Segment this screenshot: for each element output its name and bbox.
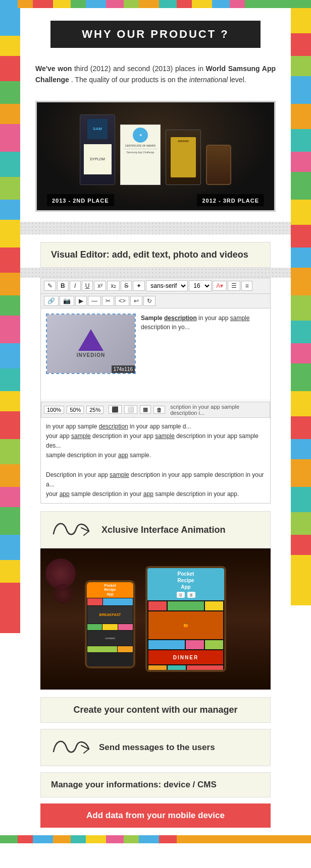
side-brick bbox=[0, 220, 20, 247]
samsung-text: SAM bbox=[93, 127, 102, 131]
phone-screen: PocketRecipeApp BREAKFAST bbox=[87, 582, 133, 666]
brick bbox=[106, 835, 124, 843]
side-brick bbox=[0, 200, 20, 220]
toolbar-hr-btn[interactable]: — bbox=[88, 296, 101, 306]
align-left-btn[interactable]: ⬛ bbox=[109, 405, 122, 414]
phone-brick-row2 bbox=[87, 624, 133, 630]
tablet-food-img: 🍊 bbox=[183, 623, 188, 628]
toolbar-italic-btn[interactable]: I bbox=[70, 281, 81, 291]
side-brick bbox=[0, 8, 20, 36]
editor-para5: your app sample description in your app … bbox=[46, 489, 265, 499]
image-size-label: 174x116 bbox=[112, 365, 135, 373]
tablet-brick bbox=[148, 640, 185, 649]
phone-frame: PocketRecipeApp BREAKFAST bbox=[85, 580, 135, 668]
side-brick bbox=[291, 56, 311, 76]
side-brick bbox=[0, 487, 20, 507]
toolbar-list-btn[interactable]: ☰ bbox=[228, 281, 240, 291]
size-50-btn[interactable]: 50% bbox=[67, 406, 84, 414]
award-plaque-right: AWARD bbox=[166, 130, 201, 185]
editor-content-area[interactable]: INVEDION 174x116 Sample description in y… bbox=[41, 308, 270, 399]
header-container: WHY OUR PRODUCT ? bbox=[20, 8, 291, 53]
editor-para4: Description in your app sample descripti… bbox=[46, 470, 265, 489]
side-brick bbox=[0, 560, 20, 583]
tablet-brick bbox=[186, 640, 204, 649]
align-center-btn[interactable]: ⬜ bbox=[124, 405, 137, 414]
delete-image-btn[interactable]: 🗑 bbox=[153, 406, 165, 414]
editor-para3: sample description in your app sample. bbox=[46, 451, 265, 460]
toolbar-eraser-btn[interactable]: ✦ bbox=[133, 281, 145, 291]
brick bbox=[159, 0, 177, 8]
brick bbox=[33, 835, 53, 843]
side-brick bbox=[291, 129, 311, 152]
toolbar-link-btn[interactable]: 🔗 bbox=[44, 296, 59, 306]
intro-paragraph: We've won third (2012) and second (2013)… bbox=[35, 63, 276, 86]
brick bbox=[177, 835, 311, 843]
phone-app-bricks: BREAKFAST content bbox=[87, 598, 133, 653]
side-brick bbox=[0, 439, 20, 464]
brick bbox=[124, 835, 139, 843]
phone-image-area: BREAKFAST bbox=[87, 606, 133, 624]
side-brick bbox=[0, 81, 20, 104]
toolbar-list2-btn[interactable]: ≡ bbox=[241, 281, 252, 291]
add-data-section: Add data from your mobile device bbox=[40, 803, 271, 828]
side-brick bbox=[0, 295, 20, 316]
visual-editor-label: Visual Editor: add, edit text, photo and… bbox=[51, 250, 248, 260]
toolbar-pencil-btn[interactable]: ✎ bbox=[44, 281, 56, 291]
size-100-btn[interactable]: 100% bbox=[44, 406, 64, 414]
brick bbox=[0, 0, 18, 8]
side-brick bbox=[291, 416, 311, 439]
size-25-btn[interactable]: 25% bbox=[86, 406, 103, 414]
brick bbox=[177, 0, 192, 8]
white-gap-6 bbox=[20, 797, 291, 803]
content-manager-label: Create your content with our manager bbox=[73, 705, 237, 715]
toolbar-redo-btn[interactable]: ↻ bbox=[143, 296, 156, 306]
tablet-brick bbox=[187, 665, 223, 670]
white-gap-2 bbox=[20, 504, 291, 511]
dotted-separator-2 bbox=[20, 268, 291, 278]
toolbar-sub-btn[interactable]: x₂ bbox=[107, 281, 120, 291]
manage-section: Manage your informations: device / CMS bbox=[40, 772, 271, 797]
award-plaques: SAM DYPLOM ★ CERT bbox=[44, 114, 267, 203]
brick bbox=[0, 835, 18, 843]
toolbar-bold-btn[interactable]: B bbox=[57, 281, 69, 291]
brick bbox=[106, 0, 124, 8]
brick bbox=[71, 0, 86, 8]
toolbar-color-btn[interactable]: A▾ bbox=[213, 281, 227, 291]
tablet-image-area: 🍊 bbox=[148, 611, 223, 639]
toolbar-sup-btn[interactable]: x² bbox=[94, 281, 106, 291]
side-brick bbox=[0, 391, 20, 411]
side-brick bbox=[291, 535, 311, 555]
side-brick bbox=[0, 343, 20, 368]
phone-brick bbox=[118, 646, 133, 652]
toolbar-font-select[interactable]: sans-serif bbox=[146, 280, 188, 291]
page-wrapper: WHY OUR PRODUCT ? We've won third (2012)… bbox=[0, 0, 311, 843]
side-brick bbox=[0, 368, 20, 391]
editor-inline-text-preview: scription in your app sample description… bbox=[168, 404, 267, 416]
content-area: WHY OUR PRODUCT ? We've won third (2012)… bbox=[20, 8, 291, 835]
toolbar-video-btn[interactable]: ▶ bbox=[75, 296, 87, 306]
side-brick bbox=[291, 8, 311, 33]
right-side-bricks bbox=[291, 8, 311, 835]
phone-brick bbox=[118, 624, 133, 630]
editor-image-block: INVEDION 174x116 bbox=[46, 314, 136, 374]
tablet-device: PocketRecipeApp ☷ ☰ bbox=[145, 566, 226, 672]
side-brick bbox=[291, 439, 311, 459]
award-barrel bbox=[206, 145, 231, 185]
toolbar-image-btn[interactable]: 📷 bbox=[60, 296, 74, 306]
toolbar-strike-btn[interactable]: S bbox=[121, 281, 132, 291]
toolbar-cut-btn[interactable]: ✂ bbox=[102, 296, 114, 306]
toolbar-undo-btn[interactable]: ↩ bbox=[130, 296, 142, 306]
decoration-left bbox=[45, 559, 76, 604]
align-right-btn[interactable]: ▦ bbox=[140, 405, 151, 414]
side-brick bbox=[0, 177, 20, 200]
toolbar-underline-btn[interactable]: U bbox=[82, 281, 93, 291]
phone-app-title: PocketRecipeApp bbox=[88, 584, 132, 596]
tablet-icon2-sym: ☰ bbox=[190, 593, 192, 597]
toolbar-size-select[interactable]: 16 bbox=[189, 280, 212, 291]
white-gap-5 bbox=[20, 766, 291, 772]
tablet-brick bbox=[148, 601, 167, 610]
toolbar-code-btn[interactable]: <> bbox=[115, 296, 129, 306]
brick bbox=[124, 0, 139, 8]
award-plaque-left: SAM DYPLOM bbox=[80, 114, 115, 185]
side-brick bbox=[291, 487, 311, 512]
